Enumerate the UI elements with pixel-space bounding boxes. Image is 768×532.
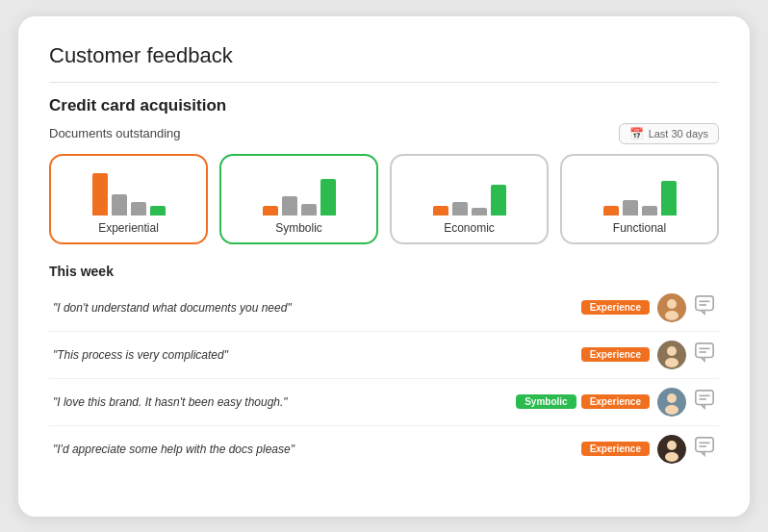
chat-icon[interactable]: [694, 294, 715, 320]
chart-bars-symbolic: [263, 167, 336, 215]
bar-symbolic-2: [301, 204, 317, 215]
chat-icon[interactable]: [694, 436, 715, 462]
bar-experiential-3: [150, 206, 166, 215]
svg-point-14: [665, 405, 678, 415]
bar-functional-1: [623, 200, 638, 215]
chart-bars-functional: [603, 167, 677, 215]
svg-point-2: [665, 311, 678, 320]
bar-experiential-0: [92, 173, 108, 215]
chat-icon[interactable]: [694, 389, 715, 415]
svg-rect-3: [696, 296, 713, 311]
chart-bars-experiential: [92, 167, 166, 215]
feedback-tags: SymbolicExperience: [516, 394, 650, 409]
section-title: Credit card acquisition: [49, 96, 719, 115]
svg-point-1: [667, 299, 677, 309]
bar-functional-0: [603, 206, 619, 215]
avatar: [657, 293, 686, 322]
feedback-text: "This process is very complicated": [53, 348, 574, 362]
chart-bars-economic: [433, 167, 506, 215]
feedback-text: "I'd appreciate some help with the docs …: [53, 443, 574, 456]
date-filter-button[interactable]: 📅 Last 30 days: [619, 123, 719, 144]
bar-symbolic-0: [263, 206, 278, 215]
chart-card-experiential[interactable]: Experiential: [49, 154, 208, 244]
avatar: [657, 388, 686, 417]
chart-label-experiential: Experiential: [98, 221, 159, 235]
feedback-tags: Experience: [581, 347, 650, 362]
chart-label-symbolic: Symbolic: [275, 221, 322, 235]
chart-label-functional: Functional: [613, 221, 666, 235]
main-card: Customer feedback Credit card acquisitio…: [18, 16, 750, 517]
page-title: Customer feedback: [49, 43, 719, 83]
bar-symbolic-3: [320, 179, 336, 215]
chart-card-economic[interactable]: Economic: [390, 154, 549, 244]
avatar: [657, 341, 686, 369]
bar-experiential-2: [131, 202, 146, 215]
bar-functional-3: [661, 181, 677, 215]
feedback-row: "I love this brand. It hasn't been easy …: [49, 379, 719, 426]
chart-card-symbolic[interactable]: Symbolic: [219, 154, 378, 244]
feedback-row: "I'd appreciate some help with the docs …: [49, 426, 719, 472]
chart-label-economic: Economic: [444, 221, 495, 235]
chart-cards-row: ExperientialSymbolicEconomicFunctional: [49, 154, 719, 244]
date-filter-label: Last 30 days: [649, 128, 708, 139]
bar-economic-1: [452, 202, 468, 215]
feedback-tag[interactable]: Symbolic: [516, 394, 576, 409]
feedback-tag[interactable]: Experience: [581, 347, 650, 362]
bar-functional-2: [642, 206, 657, 215]
subsection-label: Documents outstanding: [49, 126, 181, 140]
feedback-row: "This process is very complicated"Experi…: [49, 332, 719, 379]
bar-economic-3: [491, 185, 506, 215]
bar-economic-0: [433, 206, 448, 215]
svg-point-7: [667, 346, 677, 356]
feedback-row: "I don't understand what documents you n…: [49, 285, 719, 332]
chat-icon[interactable]: [694, 342, 715, 367]
svg-point-20: [665, 452, 678, 462]
svg-rect-9: [696, 343, 713, 358]
feedback-tag[interactable]: Experience: [581, 394, 650, 409]
avatar: [657, 435, 686, 464]
feedback-tag[interactable]: Experience: [581, 300, 650, 315]
feedback-tags: Experience: [581, 442, 650, 456]
this-week-title: This week: [49, 264, 719, 279]
bar-economic-2: [472, 208, 487, 215]
subsection-row: Documents outstanding 📅 Last 30 days: [49, 123, 719, 144]
calendar-icon: 📅: [629, 127, 644, 140]
svg-point-8: [665, 358, 678, 367]
feedback-list: "I don't understand what documents you n…: [49, 285, 719, 472]
feedback-tag[interactable]: Experience: [581, 442, 650, 456]
bar-experiential-1: [112, 194, 127, 215]
feedback-text: "I love this brand. It hasn't been easy …: [53, 395, 508, 409]
svg-point-19: [667, 441, 677, 450]
feedback-text: "I don't understand what documents you n…: [53, 301, 574, 315]
svg-rect-15: [696, 391, 713, 405]
svg-rect-21: [696, 438, 713, 452]
bar-symbolic-1: [282, 196, 297, 215]
svg-point-13: [667, 393, 677, 403]
chart-card-functional[interactable]: Functional: [560, 154, 719, 244]
feedback-tags: Experience: [581, 300, 650, 315]
